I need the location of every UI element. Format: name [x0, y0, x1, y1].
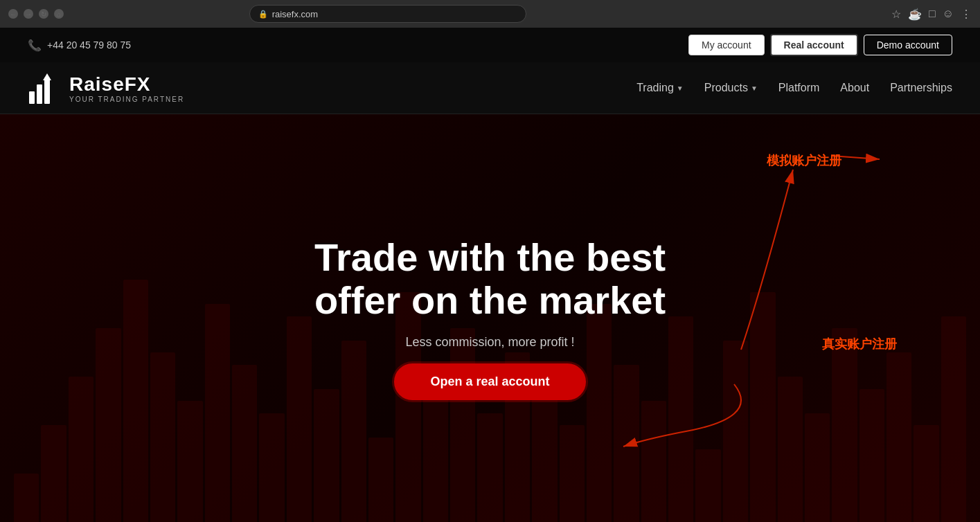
phone-number: +44 20 45 79 80 75 — [47, 39, 131, 51]
bg-bar — [314, 389, 339, 523]
bg-bar — [859, 389, 884, 523]
nav-links: Trading ▼ Products ▼ Platform About Part… — [636, 82, 952, 94]
bg-bar — [96, 328, 121, 522]
logo-tagline: YOUR TRADING PARTNER — [69, 96, 184, 103]
bg-bar — [641, 401, 666, 522]
bg-bar — [287, 316, 312, 523]
logo-name: RaiseFX — [69, 73, 184, 96]
navbar: RaiseFX YOUR TRADING PARTNER Trading ▼ P… — [0, 62, 980, 114]
bg-bar — [805, 413, 830, 523]
browser-chrome: ← → ↻ ⌂ 🔒 raisefx.com ☆ ☕ □ ☺ ⋮ — [0, 0, 980, 28]
logo-text: RaiseFX YOUR TRADING PARTNER — [69, 73, 184, 103]
forward-button[interactable]: → — [24, 9, 33, 19]
home-button[interactable]: ⌂ — [54, 9, 64, 19]
hero-subtitle: Less commission, more profit ! — [405, 335, 574, 350]
phone-icon: 📞 — [28, 39, 42, 52]
bg-bar — [477, 413, 502, 523]
svg-marker-3 — [43, 73, 51, 80]
nav-item-platform[interactable]: Platform — [778, 82, 820, 94]
hero-section: Trade with the best offer on the market … — [0, 114, 980, 522]
bg-bar — [205, 304, 230, 522]
top-buttons: My account Real account Demo account — [688, 34, 952, 56]
bg-bar — [778, 377, 803, 522]
bookmark-icon[interactable]: ☆ — [891, 8, 901, 21]
bg-bar — [532, 389, 557, 523]
logo-section[interactable]: RaiseFX YOUR TRADING PARTNER — [28, 71, 184, 105]
products-chevron-icon: ▼ — [751, 84, 758, 92]
bg-bar — [695, 449, 720, 522]
bg-bar — [723, 341, 748, 523]
hero-content: Trade with the best offer on the market … — [314, 236, 666, 400]
bg-bar — [887, 352, 911, 522]
svg-rect-2 — [44, 78, 50, 104]
bg-bar — [14, 474, 39, 522]
reload-button[interactable]: ↻ — [39, 9, 48, 19]
demo-account-button[interactable]: Demo account — [864, 35, 952, 55]
bg-bar — [177, 401, 202, 522]
real-account-button[interactable]: Real account — [770, 34, 858, 56]
bg-bar — [41, 425, 66, 522]
top-bar: 📞 +44 20 45 79 80 75 My account Real acc… — [0, 28, 980, 62]
bg-bar — [668, 316, 693, 523]
back-button[interactable]: ← — [8, 9, 18, 19]
real-annotation: 真实账户注册 — [822, 336, 897, 352]
profile-icon[interactable]: ☺ — [943, 8, 954, 21]
bg-bar — [368, 438, 393, 523]
nav-item-products[interactable]: Products ▼ — [704, 82, 758, 94]
bg-bar — [832, 328, 857, 522]
bg-bar — [560, 425, 585, 522]
bg-bar — [232, 365, 257, 523]
nav-item-partnerships[interactable]: Partnerships — [890, 82, 952, 94]
my-account-button[interactable]: My account — [688, 35, 765, 55]
lock-icon: 🔒 — [258, 10, 268, 19]
demo-annotation: 模拟账户注册 — [767, 152, 841, 169]
open-real-account-button[interactable]: Open a real account — [394, 363, 585, 400]
extension-icon[interactable]: ☕ — [908, 8, 922, 21]
bg-bar — [69, 377, 93, 522]
trading-chevron-icon: ▼ — [677, 84, 684, 92]
url-text: raisefx.com — [272, 9, 318, 19]
bg-bar — [914, 425, 938, 522]
bg-bar — [123, 280, 148, 522]
nav-item-about[interactable]: About — [840, 82, 869, 94]
window-icon[interactable]: □ — [929, 8, 936, 21]
svg-rect-0 — [29, 91, 35, 104]
browser-actions: ☆ ☕ □ ☺ ⋮ — [891, 8, 972, 21]
address-bar[interactable]: 🔒 raisefx.com — [249, 5, 526, 23]
bg-bar — [750, 292, 775, 523]
bg-bar — [150, 352, 175, 522]
bg-bar — [941, 316, 966, 523]
logo-icon — [28, 71, 62, 105]
menu-icon[interactable]: ⋮ — [961, 8, 972, 21]
nav-item-trading[interactable]: Trading ▼ — [636, 82, 684, 94]
hero-title: Trade with the best offer on the market — [314, 236, 666, 321]
svg-rect-1 — [37, 84, 42, 104]
phone-section: 📞 +44 20 45 79 80 75 — [28, 39, 131, 52]
bg-bar — [259, 413, 284, 523]
